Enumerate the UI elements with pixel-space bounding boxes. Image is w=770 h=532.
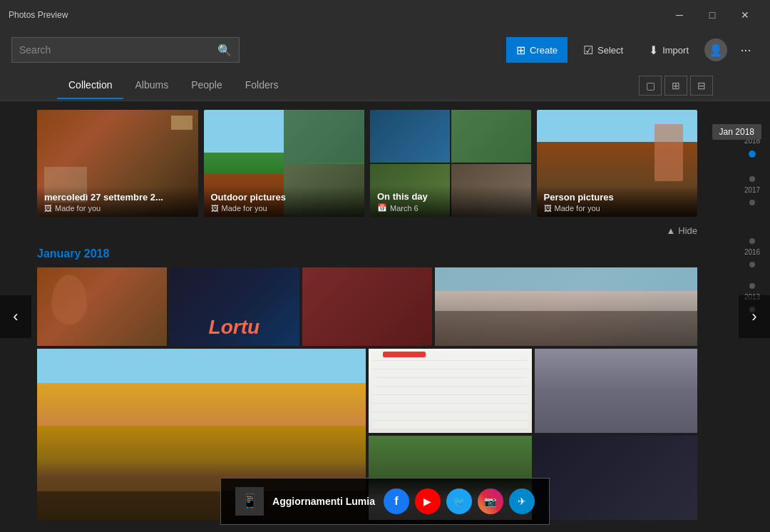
card-icon: 🖼 [44,204,52,213]
card-person[interactable]: Person pictures 🖼 Made for you [537,110,698,217]
close-button[interactable]: ✕ [729,4,761,26]
scroll-area[interactable]: mercoledì 27 settembre 2... 🖼 Made for y… [0,101,734,532]
card-subtitle: 🖼 Made for you [544,204,691,213]
toolbar: 🔍 ⊞ Create ☑ Select ⬇ Import 👤 ··· [0,30,770,70]
hide-bar: ▲ Hide [37,222,697,242]
main-content: ‹ mercoledì 27 settembre 2... 🖼 [0,101,770,532]
photo-lumia-notif[interactable] [535,436,698,520]
timeline-year-2017[interactable]: 2017 [744,186,760,194]
more-button[interactable]: ··· [733,37,759,63]
instagram-icon[interactable]: 📷 [478,488,503,514]
timeline-dot[interactable] [749,262,755,267]
photo-item[interactable]: Lortu [170,267,299,346]
import-icon: ⬇ [649,44,658,57]
card-icon: 🖼 [211,204,219,213]
month-label: January 2018 [37,242,697,267]
card-title: Person pictures [544,192,691,203]
next-arrow[interactable]: › [739,295,770,338]
view-grid2-button[interactable]: ⊞ [664,76,687,96]
card-title: On this day [377,191,524,202]
timeline-dot[interactable] [749,200,755,205]
tab-people[interactable]: People [180,72,234,99]
window-title: Photos Preview [9,10,663,20]
phone-icon: 📱 [241,493,259,510]
card-outdoor[interactable]: Outdoor pictures 🖼 Made for you [204,110,365,217]
featured-row: mercoledì 27 settembre 2... 🖼 Made for y… [37,101,697,222]
timeline-year-2016[interactable]: 2016 [744,248,760,256]
photo-grid-top: Lortu [37,267,697,346]
card-icon: 🖼 [544,204,552,213]
card-subtitle: 📅 March 6 [377,203,524,213]
card-onthisday[interactable]: On this day 📅 March 6 [370,110,531,217]
create-icon: ⊞ [516,44,525,57]
title-bar: Photos Preview ─ □ ✕ [0,0,770,30]
photo-metro[interactable] [369,349,532,433]
card-icon: 📅 [377,203,387,213]
photo-item[interactable] [302,267,432,346]
card-mercoledi[interactable]: mercoledì 27 settembre 2... 🖼 Made for y… [37,110,198,217]
card-subtitle: 🖼 Made for you [44,204,191,213]
select-button[interactable]: ☑ Select [573,37,633,63]
view-single-button[interactable]: ▢ [639,76,662,96]
timeline-dot-active[interactable] [749,150,756,158]
card-overlay: Outdoor pictures 🖼 Made for you [204,186,365,217]
view-grid3-button[interactable]: ⊟ [690,76,713,96]
notification-text: Aggiornamenti Lumia [272,496,375,507]
search-icon: 🔍 [217,44,232,57]
notification-overlay: 📱 Aggiornamenti Lumia f ▶ 🐦 📷 ✈ [220,478,550,525]
window-controls: ─ □ ✕ [663,4,761,26]
social-icons: f ▶ 🐦 📷 ✈ [384,488,535,514]
prev-arrow[interactable]: ‹ [0,295,31,338]
tab-albums[interactable]: Albums [123,72,180,99]
import-button[interactable]: ⬇ Import [639,37,699,63]
card-subtitle: 🖼 Made for you [211,204,358,213]
tab-folders[interactable]: Folders [234,72,290,99]
hide-button[interactable]: ▲ Hide [666,225,697,236]
maximize-button[interactable]: □ [696,4,729,26]
view-controls: ▢ ⊞ ⊟ [639,76,713,96]
app-window: Photos Preview ─ □ ✕ 🔍 ⊞ Create ☑ Select… [0,0,770,532]
photo-item[interactable] [37,267,167,346]
nav-left: Collection Albums People Folders [57,72,289,98]
timeline-dot[interactable] [749,283,755,289]
search-input[interactable] [19,44,212,56]
search-box[interactable]: 🔍 [11,37,240,63]
photo-street[interactable] [535,349,698,433]
tab-collection[interactable]: Collection [57,72,123,99]
minimize-button[interactable]: ─ [663,4,696,26]
twitter-icon[interactable]: 🐦 [446,488,472,514]
nav-tabs: Collection Albums People Folders ▢ ⊞ ⊟ [0,70,770,101]
card-title: mercoledì 27 settembre 2... [44,192,191,203]
select-icon: ☑ [583,44,593,57]
card-overlay: On this day 📅 March 6 [370,185,531,217]
card-overlay: mercoledì 27 settembre 2... 🖼 Made for y… [37,186,198,217]
avatar[interactable]: 👤 [704,39,727,61]
notification-icon: 📱 [235,487,264,516]
youtube-icon[interactable]: ▶ [415,488,441,514]
telegram-icon[interactable]: ✈ [509,488,535,514]
card-title: Outdoor pictures [211,192,358,203]
create-button[interactable]: ⊞ Create [506,37,568,63]
card-overlay: Person pictures 🖼 Made for you [537,186,698,217]
timeline-dot[interactable] [749,176,755,182]
hide-up-icon: ▲ [666,225,675,236]
facebook-icon[interactable]: f [384,488,409,514]
timeline-tooltip: Jan 2018 [712,124,761,140]
timeline-dot[interactable] [749,238,755,244]
photo-item[interactable] [435,267,697,346]
